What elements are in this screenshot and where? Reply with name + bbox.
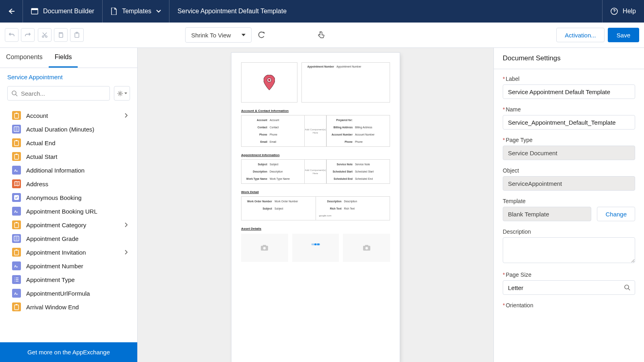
field-item[interactable]: Appointment Type <box>0 273 137 286</box>
field-item[interactable]: Appointment Grade <box>0 232 137 245</box>
asset-slot-loading[interactable] <box>292 234 339 262</box>
object-input <box>503 176 635 191</box>
paste-button[interactable] <box>70 28 84 42</box>
file-icon <box>111 8 117 15</box>
spinner-icon <box>311 243 320 252</box>
field-item[interactable]: Anonymous Booking <box>0 191 137 204</box>
field-settings-button[interactable] <box>114 86 130 101</box>
svg-rect-38 <box>365 245 368 246</box>
field-label: Actual Duration (Minutes) <box>26 126 94 133</box>
help-button[interactable]: Help <box>603 0 644 23</box>
svg-text:a: a <box>17 170 18 172</box>
field-item[interactable]: Appointment Category <box>0 218 137 232</box>
name-input[interactable] <box>503 115 635 130</box>
asset-slot[interactable] <box>241 234 288 262</box>
field-item[interactable]: AaAdditional Information <box>0 163 137 177</box>
object-link[interactable]: Service Appointment <box>0 68 137 82</box>
pagetype-input <box>503 146 635 160</box>
field-item[interactable]: AaAppointment Number <box>0 259 137 273</box>
document-title-text: Service Appointment Default Template <box>178 8 287 15</box>
templates-dropdown[interactable]: Templates <box>103 0 169 23</box>
field-item[interactable]: Actual Duration (Minutes) <box>0 122 137 136</box>
field-label: AppointmentUrlFormula <box>26 290 90 297</box>
zoom-select[interactable]: Shrink To View <box>185 27 252 43</box>
field-type-icon <box>12 152 21 161</box>
field-item[interactable]: Actual Start <box>0 150 137 163</box>
copy-button[interactable] <box>54 28 68 42</box>
svg-text:a: a <box>17 211 18 213</box>
field-label: Address <box>26 181 48 187</box>
document-title: Service Appointment Default Template <box>169 0 603 23</box>
canvas[interactable]: Appointment NumberAppointment Number Acc… <box>138 48 494 362</box>
search-input[interactable] <box>7 86 110 101</box>
svg-rect-5 <box>59 33 63 37</box>
field-type-icon <box>12 234 21 243</box>
builder-brand[interactable]: Document Builder <box>23 0 103 23</box>
asset-slot[interactable] <box>343 234 390 262</box>
templates-label: Templates <box>122 8 151 15</box>
app-header: Document Builder Templates Service Appoi… <box>0 0 644 23</box>
template-input <box>503 207 591 221</box>
drop-zone[interactable]: Add Component(s) Here <box>305 159 326 184</box>
chevron-right-icon <box>124 222 128 227</box>
acct-left-col[interactable]: AccountAccount ContactContact PhonePhone… <box>241 115 305 147</box>
field-item[interactable]: Address <box>0 177 137 191</box>
field-type-icon: Aa <box>12 261 21 270</box>
undo-button[interactable] <box>5 28 19 42</box>
appt-number-box[interactable]: Appointment NumberAppointment Number <box>301 62 390 103</box>
field-item[interactable]: AaAppointment Booking URL <box>0 204 137 218</box>
field-type-icon <box>12 275 21 284</box>
zoom-label: Shrink To View <box>191 32 231 39</box>
tab-fields[interactable]: Fields <box>49 48 78 68</box>
field-label: Appointment Type <box>26 276 75 283</box>
help-icon <box>611 8 618 15</box>
map-pin-icon <box>264 75 275 90</box>
search-field[interactable] <box>21 90 105 97</box>
drop-zone[interactable]: Add Component(s) Here <box>305 115 326 147</box>
work-left-col[interactable]: Work Order NumberWork Order Number Subje… <box>241 196 316 220</box>
camera-icon <box>261 245 268 251</box>
svg-point-39 <box>365 247 367 249</box>
field-item[interactable]: Account <box>0 109 137 122</box>
field-label: Appointment Booking URL <box>26 208 97 215</box>
appexchange-link[interactable]: Get more on the AppExchange <box>0 342 137 362</box>
field-list[interactable]: AccountActual Duration (Minutes)Actual E… <box>0 106 137 342</box>
description-input[interactable] <box>503 237 635 263</box>
pagetype-label: *Page Type <box>503 137 635 143</box>
label-input[interactable] <box>503 84 635 99</box>
toolbar: Shrink To View Activation... Save <box>0 23 644 48</box>
field-item[interactable]: AaAppointmentUrlFormula <box>0 286 137 300</box>
map-placeholder[interactable] <box>241 62 297 103</box>
field-item[interactable]: Actual End <box>0 136 137 150</box>
field-type-icon: Aa <box>12 289 21 298</box>
name-label: *Name <box>503 106 635 113</box>
field-label: Appointment Number <box>26 263 83 269</box>
redo-button[interactable] <box>21 28 35 42</box>
field-type-icon <box>12 220 21 229</box>
field-item[interactable]: Appointment Invitation <box>0 245 137 259</box>
tab-components[interactable]: Components <box>0 48 49 68</box>
field-label: Account <box>26 112 48 119</box>
back-button[interactable] <box>0 0 23 23</box>
camera-icon <box>363 245 370 251</box>
svg-point-4 <box>45 36 47 37</box>
section-account: Account & Contact Information <box>241 109 390 113</box>
svg-point-40 <box>625 285 629 289</box>
work-right-col[interactable]: DescriptionDescription Rich TextRich Tex… <box>316 196 390 220</box>
appt-right-col[interactable]: Service NoteService Note Scheduled Start… <box>326 159 390 184</box>
document-page[interactable]: Appointment NumberAppointment Number Acc… <box>231 53 400 362</box>
acct-right-col[interactable]: Prepared for: Billing AddressBilling Add… <box>326 115 390 147</box>
activation-button[interactable]: Activation... <box>556 28 605 42</box>
cut-button[interactable] <box>38 28 52 42</box>
save-button[interactable]: Save <box>608 28 639 42</box>
svg-rect-1 <box>31 8 38 10</box>
pagesize-input[interactable] <box>503 280 635 295</box>
field-item[interactable]: Arrival Window End <box>0 300 137 314</box>
field-type-icon <box>12 111 21 120</box>
svg-point-36 <box>263 247 266 249</box>
appt-left-col[interactable]: SubjectSubject DescriptionDescription Wo… <box>241 159 305 184</box>
svg-text:a: a <box>17 265 18 268</box>
change-template-button[interactable]: Change <box>597 207 635 221</box>
field-label: Appointment Invitation <box>26 249 86 256</box>
refresh-button[interactable] <box>255 28 268 42</box>
